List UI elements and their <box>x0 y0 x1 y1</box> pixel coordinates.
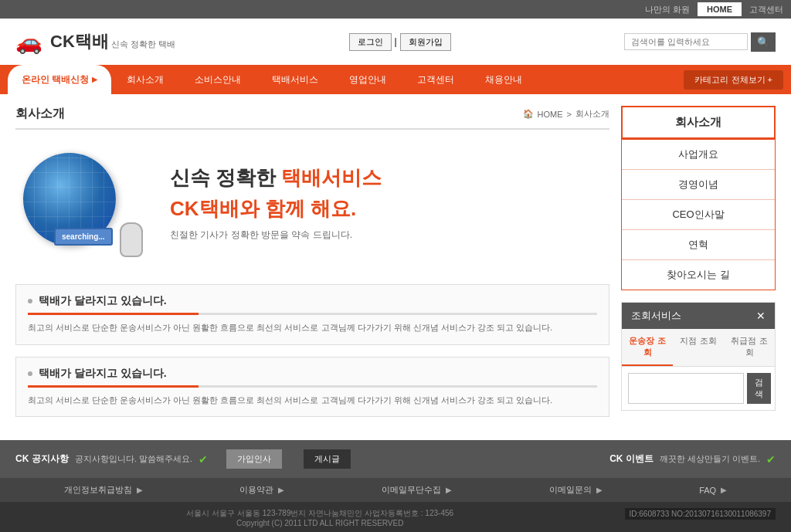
footer-copyright: Copyright (C) 2011 LTD ALL RIGHT RESERVE… <box>15 519 776 527</box>
footer-link-privacy[interactable]: 개인정보취급방침 ▶ <box>64 484 143 496</box>
logo-icon: 🚗 <box>15 29 42 55</box>
logo-text: CK택배 <box>50 32 109 51</box>
breadcrumb-current: 회사소개 <box>575 108 609 120</box>
footer-notice-text: 공지사항입니다. 말씀해주세요. <box>75 453 192 465</box>
footer-notice-title: CK 공지사항 <box>15 452 69 466</box>
customer-link[interactable]: 고객센터 <box>749 4 783 15</box>
footer-notice: CK 공지사항 공지사항입니다. 말씀해주세요. ✔ <box>15 452 208 466</box>
card-1-text: 최고의 서비스로 단순한 운송서비스가 아닌 원활한 흐름으로 최선의 서비스로… <box>28 321 597 335</box>
sidebar-item-directions[interactable]: 찾아오시는 길 <box>622 260 775 290</box>
notice-icon: ✔ <box>199 453 208 466</box>
sidebar-item-ceo[interactable]: CEO인사말 <box>622 200 775 230</box>
login-area: 로그인 | 회원가입 <box>349 33 451 51</box>
header: 🚗 CK택배 신속 정확한 택배 로그인 | 회원가입 🔍 <box>0 19 791 65</box>
footer-top: CK 공지사항 공지사항입니다. 말씀해주세요. ✔ 가입인사 게시글 CK 이… <box>0 440 791 478</box>
arrow-icon-2: ▶ <box>278 486 284 494</box>
footer-links: 개인정보취급방침 ▶ 이용약관 ▶ 이메일무단수집 ▶ 이메일문의 ▶ FAQ … <box>0 478 791 502</box>
card-marker-2 <box>28 371 32 376</box>
card-2: 택배가 달라지고 있습니다. 최고의 서비스로 단순한 운송서비스가 아닌 원활… <box>15 357 609 418</box>
hero-text: 신속 정확한 택배서비스 CK택배와 함께 해요. 친절한 기사가 정확한 방문… <box>170 164 609 242</box>
footer-link-email-inquiry[interactable]: 이메일문의 ▶ <box>549 484 603 496</box>
nav-item-service-info[interactable]: 소비스안내 <box>179 65 256 94</box>
card-2-title: 택배가 달라지고 있습니다. <box>28 367 597 381</box>
inquiry-tab-branch[interactable]: 지점 조회 <box>673 329 724 366</box>
nav-item-business[interactable]: 영업안내 <box>334 65 402 94</box>
mypage-link[interactable]: 나만의 화원 <box>645 4 690 15</box>
sidebar-header: 회사소개 <box>621 106 776 139</box>
card-bar-2 <box>28 385 597 388</box>
inquiry-search-button[interactable]: 검색 <box>747 373 771 404</box>
hero-desc: 친절한 기사가 정확한 방문을 약속 드립니다. <box>170 229 609 242</box>
sidebar-item-history[interactable]: 연혁 <box>622 230 775 260</box>
breadcrumb-home[interactable]: HOME <box>538 110 563 119</box>
inquiry-search-input[interactable] <box>628 373 744 404</box>
top-bar: 나만의 화원 HOME 고객센터 <box>0 0 791 19</box>
breadcrumb-separator: > <box>567 110 572 119</box>
hero-title-1: 신속 정확한 택배서비스 <box>170 164 609 191</box>
inquiry-search-area: 검색 <box>622 367 775 410</box>
footer-link-faq[interactable]: FAQ ▶ <box>699 486 727 495</box>
search-area: 🔍 <box>624 32 776 52</box>
page-title: 회사소개 <box>15 106 65 122</box>
signup-button[interactable]: 회원가입 <box>400 33 451 51</box>
posts-button[interactable]: 게시글 <box>304 449 351 469</box>
nav-item-service[interactable]: 택배서비스 <box>256 65 334 94</box>
breadcrumb-row: 회사소개 🏠 HOME > 회사소개 <box>15 106 609 130</box>
event-icon: ✔ <box>766 453 776 466</box>
arrow-icon-4: ▶ <box>596 486 603 494</box>
nav-item-delivery[interactable]: 온라인 택배신청 <box>8 65 111 94</box>
breadcrumb: 🏠 HOME > 회사소개 <box>523 108 609 120</box>
sidebar: 회사소개 사업개요 경영이념 CEO인사말 연혁 찾아오시는 길 조회서비스 ✕… <box>621 106 776 429</box>
inquiry-close-button[interactable]: ✕ <box>756 310 766 322</box>
footer-event-text: 깨끗한 세상만들기 이벤트. <box>660 453 760 465</box>
home-tab[interactable]: HOME <box>698 2 742 16</box>
logo-area: 🚗 CK택배 신속 정확한 택배 <box>15 29 175 55</box>
inquiry-title: 조회서비스 <box>631 309 681 323</box>
hero-section: searching... 신속 정확한 택배서비스 CK택배와 함께 해요. 친… <box>15 137 609 269</box>
card-2-text: 최고의 서비스로 단순한 운송서비스가 아닌 원활한 흐름으로 최선의 서비스로… <box>28 394 597 408</box>
nav-item-recruit[interactable]: 채용안내 <box>470 65 538 94</box>
card-1-title: 택배가 달라지고 있습니다. <box>28 294 597 308</box>
inquiry-tab-tracking[interactable]: 운송장 조회 <box>622 329 673 366</box>
main-nav: 온라인 택배신청 회사소개 소비스안내 택배서비스 영업안내 고객센터 채용안내… <box>0 65 791 94</box>
footer-bottom: ID:6608733 NO:20130716130011086397 서울시 서… <box>0 502 791 532</box>
sidebar-item-business-overview[interactable]: 사업개요 <box>622 140 775 170</box>
home-icon: 🏠 <box>523 109 534 119</box>
inquiry-box: 조회서비스 ✕ 운송장 조회 지점 조회 취급점 조회 검색 <box>621 302 776 411</box>
card-bar-1 <box>28 313 597 315</box>
footer-id: ID:6608733 NO:20130716130011086397 <box>625 508 776 520</box>
sidebar-item-management[interactable]: 경영이념 <box>622 170 775 200</box>
search-input[interactable] <box>624 33 748 50</box>
card-1: 택배가 달라지고 있습니다. 최고의 서비스로 단순한 운송서비스가 아닌 원활… <box>15 284 609 345</box>
sidebar-menu: 사업개요 경영이념 CEO인사말 연혁 찾아오시는 길 <box>621 139 776 290</box>
hero-image: searching... <box>15 149 154 257</box>
nav-more-button[interactable]: 카테고리 전체보기 + <box>684 70 783 90</box>
logo-sub: 신속 정확한 택배 <box>111 39 175 49</box>
searching-text: searching... <box>54 228 113 246</box>
nav-item-about[interactable]: 회사소개 <box>111 65 179 94</box>
mouse-graphic <box>120 222 143 257</box>
hero-highlight: 택배서비스 <box>281 166 382 189</box>
login-button[interactable]: 로그인 <box>349 33 392 51</box>
inquiry-header: 조회서비스 ✕ <box>622 303 775 329</box>
arrow-icon-5: ▶ <box>721 486 727 494</box>
hero-title-2: CK택배와 함께 해요. <box>170 195 609 222</box>
footer-link-email-collect[interactable]: 이메일무단수집 ▶ <box>382 484 452 496</box>
nav-item-customer[interactable]: 고객센터 <box>402 65 470 94</box>
arrow-icon-3: ▶ <box>446 486 452 494</box>
main-content: 회사소개 🏠 HOME > 회사소개 searching... 신속 정확한 택… <box>15 106 609 429</box>
join-greeting-button[interactable]: 가입인사 <box>226 449 282 469</box>
search-button[interactable]: 🔍 <box>751 32 776 52</box>
divider: | <box>395 36 397 47</box>
content-wrapper: 회사소개 🏠 HOME > 회사소개 searching... 신속 정확한 택… <box>0 94 791 440</box>
logo-text-area: CK택배 신속 정확한 택배 <box>50 30 175 53</box>
inquiry-tab-pickup[interactable]: 취급점 조회 <box>724 329 775 366</box>
inquiry-tabs: 운송장 조회 지점 조회 취급점 조회 <box>622 329 775 367</box>
card-marker-1 <box>28 299 32 303</box>
footer-link-terms[interactable]: 이용약관 ▶ <box>239 484 284 496</box>
footer-event-title: CK 이벤트 <box>609 452 654 466</box>
footer-event: CK 이벤트 깨끗한 세상만들기 이벤트. ✔ <box>609 452 776 466</box>
arrow-icon-1: ▶ <box>137 486 143 494</box>
